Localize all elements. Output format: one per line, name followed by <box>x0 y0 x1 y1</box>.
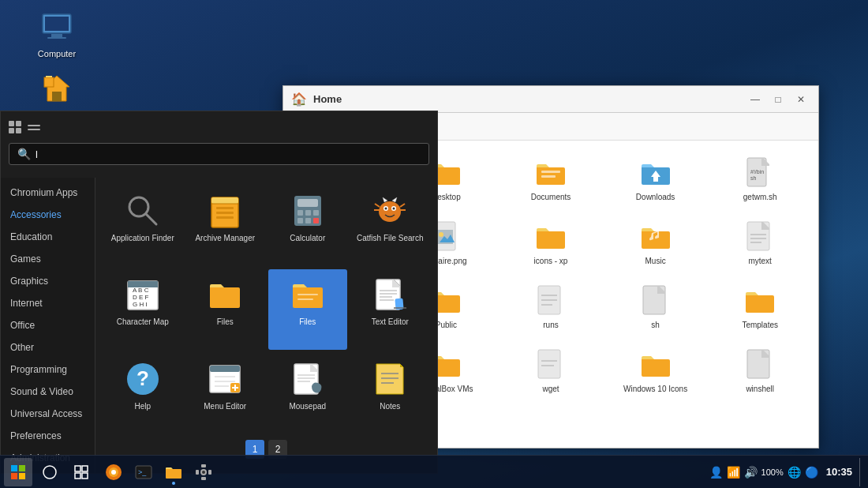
file-icon-winshell <box>743 347 777 381</box>
show-desktop-btn[interactable] <box>859 458 864 486</box>
desktop: Computer Home <box>0 0 868 488</box>
search-box[interactable]: 🔍 <box>9 143 429 165</box>
sidebar-item-office[interactable]: Office <box>1 314 95 336</box>
sidebar-item-preferences[interactable]: Preferences <box>1 425 95 447</box>
minimize-button[interactable]: — <box>746 90 765 109</box>
maximize-button[interactable]: □ <box>769 90 788 109</box>
app-item-files2[interactable]: Files <box>268 269 347 349</box>
app-item-mousepad[interactable]: Mousepad <box>268 354 347 434</box>
sidebar-item-internet[interactable]: Internet <box>1 292 95 314</box>
app-item-calculator[interactable]: Calculator <box>268 186 347 265</box>
taskbar-system-tray: 👤 📶 🔊 100% 🌐 🔵 10:35 <box>709 458 864 486</box>
svg-marker-61 <box>376 364 403 394</box>
file-item-getwm[interactable]: #!/bin sh getwm.sh <box>709 148 810 208</box>
taskbar-terminal[interactable]: >_ <box>129 458 158 486</box>
file-item-win10icons[interactable]: Windows 10 Icons <box>605 340 706 400</box>
taskbar-firefox[interactable] <box>99 458 128 486</box>
notes-icon <box>371 360 409 398</box>
svg-rect-22 <box>305 218 311 223</box>
start-button[interactable] <box>4 458 32 486</box>
app-item-catfish[interactable]: Catfish File Search <box>351 186 430 265</box>
sidebar-item-accessories[interactable]: Accessories <box>1 204 95 226</box>
bluetooth-icon[interactable]: 🔵 <box>805 466 818 479</box>
app-item-files1[interactable]: Files <box>186 269 265 349</box>
mousepad-icon <box>289 360 327 398</box>
svg-rect-50 <box>210 366 240 372</box>
file-item-icons-xp[interactable]: icons - xp <box>500 212 601 272</box>
archive-label: Archive Manager <box>195 234 255 243</box>
sidebar-item-universal-access[interactable]: Universal Access <box>1 403 95 425</box>
svg-rect-93 <box>538 350 560 378</box>
mousepad-label: Mousepad <box>289 402 326 411</box>
calc-label: Calculator <box>290 234 325 243</box>
user-icon[interactable]: 👤 <box>709 466 723 479</box>
sidebar-item-chromium-apps[interactable]: Chromium Apps <box>1 182 95 204</box>
file-item-sh[interactable]: sh <box>605 276 706 336</box>
app-item-text-editor[interactable]: Text Editor <box>351 269 430 349</box>
computer-icon-label: Computer <box>38 49 76 58</box>
close-button[interactable]: ✕ <box>791 90 810 109</box>
sidebar-item-other[interactable]: Other <box>1 336 95 358</box>
volume-icon[interactable]: 🔊 <box>744 466 758 479</box>
archive-icon <box>206 192 244 230</box>
svg-rect-7 <box>46 76 52 77</box>
svg-rect-19 <box>305 210 311 216</box>
list-view-btn[interactable] <box>28 121 40 133</box>
file-name-icons-xp: icons - xp <box>534 257 568 266</box>
file-item-wget[interactable]: wget <box>500 340 601 400</box>
svg-rect-5 <box>52 92 62 101</box>
desktop-icon-computer[interactable]: Computer <box>25 8 88 58</box>
taskbar-settings[interactable] <box>189 458 218 486</box>
svg-rect-97 <box>11 465 17 471</box>
file-item-music[interactable]: Music <box>605 212 706 272</box>
svg-rect-13 <box>216 207 234 209</box>
app-item-finder[interactable]: Application Finder <box>103 186 182 265</box>
svg-rect-18 <box>297 210 303 216</box>
file-item-templates[interactable]: Templates <box>709 276 810 336</box>
svg-text:G H I: G H I <box>133 301 148 308</box>
app-item-archive[interactable]: Archive Manager <box>186 186 265 265</box>
wifi-icon[interactable]: 📶 <box>727 466 740 479</box>
folder-icon-downloads <box>638 155 673 190</box>
file-name-win10icons: Windows 10 Icons <box>623 385 687 394</box>
svg-point-24 <box>379 201 401 222</box>
app-item-help[interactable]: ? Help <box>103 354 182 434</box>
charmap-label: Character Map <box>117 317 169 327</box>
svg-rect-2 <box>51 34 62 37</box>
svg-rect-113 <box>196 470 199 475</box>
svg-line-9 <box>146 214 156 224</box>
file-item-mytext[interactable]: mytext <box>709 212 810 272</box>
window-controls: — □ ✕ <box>746 90 810 109</box>
taskbar-clock[interactable]: 10:35 <box>826 466 852 478</box>
file-item-downloads[interactable]: Downloads <box>605 148 706 208</box>
sidebar-item-games[interactable]: Games <box>1 248 95 270</box>
sidebar-item-graphics[interactable]: Graphics <box>1 270 95 292</box>
svg-point-27 <box>385 208 387 210</box>
svg-point-81 <box>439 232 443 237</box>
battery-indicator[interactable]: 100% <box>761 467 784 477</box>
taskbar-filemanager[interactable] <box>159 458 188 486</box>
file-name-wget: wget <box>542 385 559 394</box>
svg-rect-20 <box>313 210 319 216</box>
sidebar-item-programming[interactable]: Programming <box>1 358 95 381</box>
grid-view-btn[interactable] <box>9 121 21 133</box>
svg-text:D E F: D E F <box>133 294 149 301</box>
file-item-documents[interactable]: Documents <box>500 148 601 208</box>
svg-point-116 <box>202 471 205 474</box>
svg-rect-1 <box>45 17 69 31</box>
taskbar-taskview-button[interactable] <box>67 458 95 486</box>
svg-rect-99 <box>11 473 17 479</box>
network-icon[interactable]: 🌐 <box>788 466 801 479</box>
svg-rect-103 <box>82 466 88 471</box>
sidebar-item-sound-video[interactable]: Sound & Video <box>1 381 95 403</box>
window-titlebar: 🏠 Home — □ ✕ <box>283 86 818 113</box>
app-item-charmap[interactable]: A B C D E F G H I Character Map <box>103 269 182 349</box>
search-input[interactable] <box>36 148 421 160</box>
file-item-runs[interactable]: runs <box>500 276 601 336</box>
app-item-notes[interactable]: Notes <box>351 354 430 434</box>
sidebar-item-education[interactable]: Education <box>1 226 95 248</box>
file-item-winshell[interactable]: winshell <box>709 340 810 400</box>
taskbar-search-button[interactable] <box>36 458 64 486</box>
file-icon-getwm: #!/bin sh <box>743 155 777 190</box>
app-item-menu-editor[interactable]: Menu Editor <box>186 354 265 434</box>
